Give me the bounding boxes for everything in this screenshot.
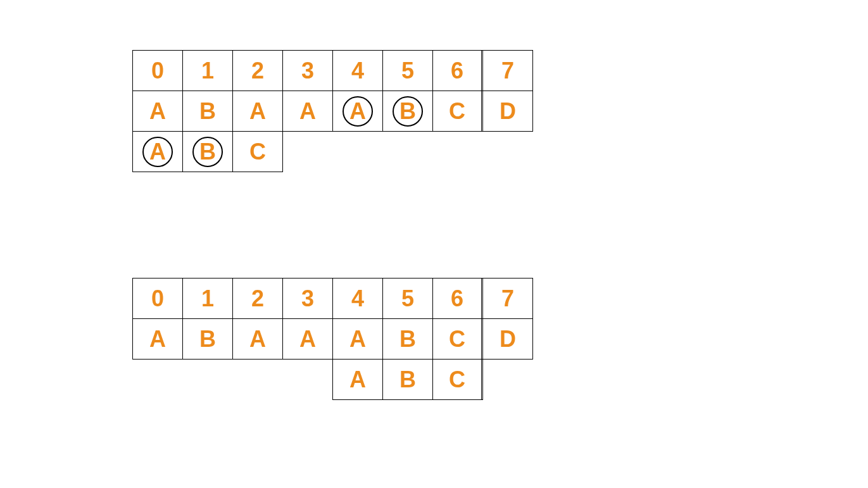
cell-value: B xyxy=(199,326,216,353)
cell-value: A xyxy=(349,98,366,125)
cell-value: 2 xyxy=(251,285,264,312)
spacer-cell xyxy=(132,359,183,400)
cell: B xyxy=(382,318,433,360)
cell: 2 xyxy=(232,278,283,319)
diagram-bottom: 01234567ABAAABCDABC xyxy=(133,278,533,400)
cell: B xyxy=(182,131,233,172)
cell-value: 6 xyxy=(451,285,463,312)
cell: B xyxy=(382,359,433,400)
cell: A xyxy=(282,318,333,360)
cell-value: D xyxy=(500,98,516,125)
cell: 7 xyxy=(482,50,533,91)
cell: A xyxy=(232,318,283,360)
cell-value: 4 xyxy=(351,58,364,84)
cell: C xyxy=(432,91,483,132)
cell-value: 0 xyxy=(151,285,164,312)
cell-value: B xyxy=(399,326,416,353)
cell-value: A xyxy=(299,98,316,125)
cell: A xyxy=(332,359,383,400)
cell: A xyxy=(132,131,183,172)
cell: A xyxy=(132,91,183,132)
row: ABAAABCD xyxy=(133,91,533,132)
cell-value: 1 xyxy=(201,285,214,312)
cell-value: 0 xyxy=(151,58,164,84)
cell-value: 7 xyxy=(501,58,514,84)
cell-value: A xyxy=(349,326,366,353)
spacer-cell xyxy=(282,359,333,400)
cell-value: 5 xyxy=(401,58,414,84)
cell: A xyxy=(282,91,333,132)
row: 01234567 xyxy=(133,278,533,319)
cell-value: A xyxy=(249,98,266,125)
cell: 4 xyxy=(332,50,383,91)
cell-value: C xyxy=(449,366,465,393)
spacer-cell xyxy=(232,359,283,400)
cell: A xyxy=(232,91,283,132)
row: 01234567 xyxy=(133,51,533,91)
cell-value: B xyxy=(399,98,416,125)
cell: 7 xyxy=(482,278,533,319)
cell: 3 xyxy=(282,50,333,91)
cell: C xyxy=(432,318,483,360)
cell-value: 4 xyxy=(351,285,364,312)
cell: 3 xyxy=(282,278,333,319)
cell: C xyxy=(232,131,283,172)
cell: 0 xyxy=(132,50,183,91)
cell-value: 6 xyxy=(451,58,463,84)
cell-value: C xyxy=(249,139,266,165)
cell: 1 xyxy=(182,278,233,319)
cell-value: 3 xyxy=(301,58,314,84)
cell-value: 3 xyxy=(301,285,314,312)
row: ABC xyxy=(133,360,533,400)
cell-value: A xyxy=(299,326,316,353)
row: ABC xyxy=(133,132,533,172)
cell: 0 xyxy=(132,278,183,319)
cell-value: 1 xyxy=(201,58,214,84)
cell: 6 xyxy=(432,278,483,319)
cell-value: A xyxy=(149,139,166,165)
cell: D xyxy=(482,318,533,360)
cell-value: B xyxy=(199,139,216,165)
cell: B xyxy=(182,318,233,360)
cell: 5 xyxy=(382,278,433,319)
cell-value: B xyxy=(199,98,216,125)
cell: A xyxy=(132,318,183,360)
cell: 2 xyxy=(232,50,283,91)
cell: 5 xyxy=(382,50,433,91)
spacer-cell xyxy=(182,359,233,400)
diagram-top: 01234567ABAAABCDABC xyxy=(133,51,533,172)
cell-value: 2 xyxy=(251,58,264,84)
cell: 4 xyxy=(332,278,383,319)
cell-value: C xyxy=(449,98,465,125)
cell: C xyxy=(432,359,483,400)
cell: A xyxy=(332,318,383,360)
cell-value: 5 xyxy=(401,285,414,312)
cell-value: C xyxy=(449,326,465,353)
cell-value: 7 xyxy=(501,285,514,312)
row: ABAAABCD xyxy=(133,319,533,360)
cell-value: A xyxy=(249,326,266,353)
cell-value: A xyxy=(149,98,166,125)
cell: 6 xyxy=(432,50,483,91)
cell-value: D xyxy=(500,326,516,353)
cell: D xyxy=(482,91,533,132)
cell-value: B xyxy=(399,366,416,393)
cell-value: A xyxy=(349,366,366,393)
cell: B xyxy=(382,91,433,132)
cell: B xyxy=(182,91,233,132)
cell: A xyxy=(332,91,383,132)
cell: 1 xyxy=(182,50,233,91)
cell-value: A xyxy=(149,326,166,353)
